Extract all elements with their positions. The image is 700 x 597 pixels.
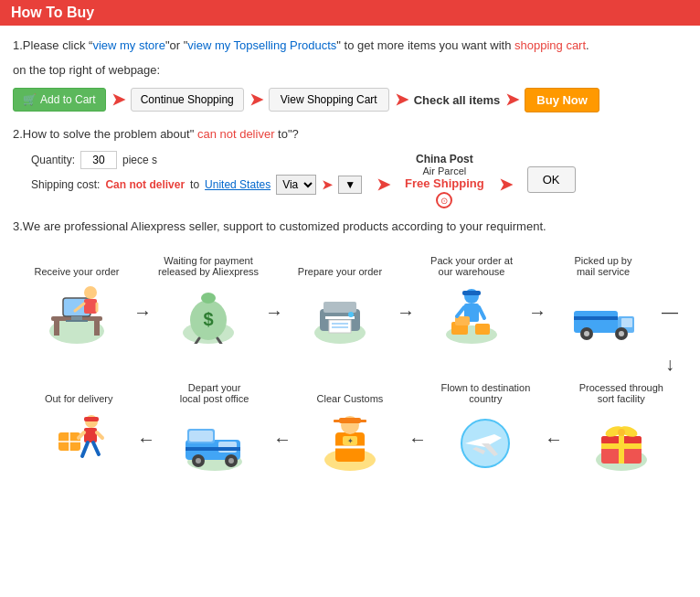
svg-rect-2 [54,321,59,336]
step-prepare-icon [303,281,377,345]
arrow-icon5: → [137,429,155,450]
step-flown-label: Flown to destinationcountry [440,378,530,404]
quantity-row: Quantity: piece s [31,151,362,169]
step-receive-order: Receive your order [22,251,132,345]
section2: 2.How to solve the problem about" can no… [13,125,687,209]
arrow4: ➤ [505,90,519,110]
svg-point-40 [619,331,624,336]
shipping-row: Shipping cost: Can not deliver to United… [31,175,362,195]
svg-line-33 [479,307,484,318]
step-sort-label: Processed throughsort facility [579,378,663,404]
view-my-store-link[interactable]: view my store [92,38,164,52]
svg-point-49 [618,429,625,436]
ok-button[interactable]: OK [527,166,576,193]
svg-point-24 [348,312,354,317]
svg-line-73 [93,442,99,454]
free-shipping-text: Free Shipping [405,176,484,190]
quantity-input[interactable] [80,151,117,169]
view-topselling-link[interactable]: view my Topselling Products [187,38,336,52]
arrow-icon3: → [397,302,415,323]
svg-text:✦: ✦ [346,437,353,445]
cannot-deliver-highlight: can not deliver [197,127,275,141]
step-out-delivery-icon [42,408,115,472]
connector1: → [132,302,154,323]
svg-line-78 [97,432,102,438]
step-sort-facility: Processed throughsort facility [565,378,678,472]
svg-rect-8 [84,299,97,314]
step-depart-icon [178,408,251,472]
svg-rect-46 [601,443,642,449]
arrow-icon2: → [265,302,283,323]
pieces-label: piece s [122,154,157,166]
svg-rect-6 [66,320,88,322]
arrow-icon7: → [408,429,427,450]
svg-line-32 [457,307,464,316]
step-customs-icon: ✦ [313,408,387,472]
dash-connector: — [662,303,678,322]
connector4: → [526,302,548,323]
dropdown-button[interactable]: ▼ [338,176,362,194]
step-pack-order: Pack your order atour warehouse [417,251,526,345]
buy-now-button[interactable]: Buy Now [525,88,599,112]
check-all-items-label: Check all items [414,93,501,107]
arrow3: ➤ [395,90,408,110]
step-clear-customs: Clear Customs [293,378,407,472]
step-waiting-label: Waiting for paymentreleased by Aliexpres… [158,251,259,277]
svg-rect-34 [574,311,618,333]
step-flown-destination: Flown to destinationcountry [429,378,542,472]
step-pickup-label: Picked up bymail service [575,251,632,277]
step-prepare-order: Prepare your order [285,251,395,345]
arrow-icon6: → [273,429,292,450]
section2-text1: 2.How to solve the problem about" [13,127,197,141]
connector2: → [263,302,285,323]
step-waiting-icon: $ [172,281,245,345]
process-diagram: Receive your order [13,251,687,472]
step-prepare-label: Prepare your order [298,251,382,277]
quantity-label: Quantity: [31,154,75,166]
svg-point-13 [201,293,216,304]
connector8: → [543,429,565,450]
shopping-cart-link[interactable]: shopping cart [514,38,586,52]
step-customs-label: Clear Customs [317,378,384,404]
connector7: → [407,429,429,450]
continue-shopping-button[interactable]: Continue Shopping [131,88,244,112]
view-shopping-cart-button[interactable]: View Shopping Cart [269,88,389,112]
connector3: → [395,302,417,323]
section1-text5: on the top right of webpage: [13,61,687,80]
shipping-left-panel: Quantity: piece s Shipping cost: Can not… [31,151,362,195]
shipping-cost-label: Shipping cost: [31,178,100,191]
via-select[interactable]: Via [276,175,316,195]
step-receive-icon [40,281,113,345]
svg-line-72 [82,442,88,456]
china-post-title: China Post [416,153,473,165]
svg-text:$: $ [203,309,213,329]
section1-text3: " to get more items you want with [336,38,514,52]
svg-rect-68 [186,447,240,451]
svg-rect-31 [475,324,490,335]
arrow7: ➤ [499,175,513,195]
step-depart-post: Depart yourlocal post office [157,378,270,472]
cannot-deliver-text: Can not deliver [105,178,185,191]
step-pickup-icon [567,281,640,345]
arrow5: ➤ [322,177,333,192]
step-sort-icon [585,408,658,472]
step-depart-label: Depart yourlocal post office [180,378,249,404]
section1-text1: 1.Please click “ [13,38,92,52]
arrow-icon8: → [545,429,563,450]
arrow6: ➤ [377,175,390,195]
svg-point-7 [84,286,97,299]
step-out-delivery: Out for delivery [22,378,135,472]
svg-point-67 [228,458,234,464]
country-link[interactable]: United States [205,178,270,191]
svg-rect-27 [462,291,481,295]
svg-rect-56 [334,420,366,422]
svg-rect-41 [574,316,618,320]
add-to-cart-button[interactable]: 🛒 Add to Cart [13,88,106,112]
step-flown-icon [449,408,522,472]
svg-rect-3 [94,321,100,336]
step-pack-icon [435,281,508,345]
section3-text: 3.We are professional Aliexpress seller,… [13,219,687,233]
svg-point-65 [196,458,201,464]
section3: 3.We are professional Aliexpress seller,… [13,219,687,233]
step-pickup-mail: Picked up bymail service [548,251,658,345]
